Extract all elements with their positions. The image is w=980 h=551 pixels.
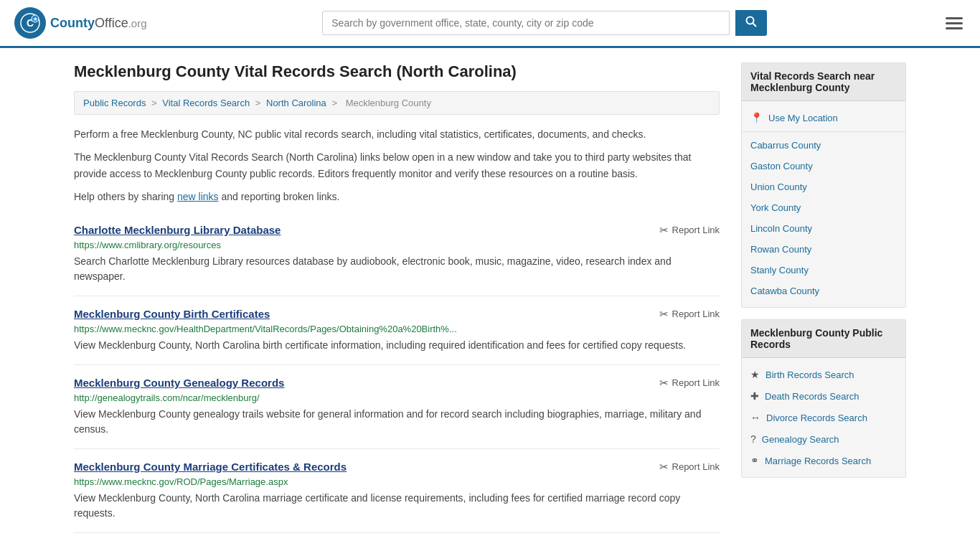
breadcrumb-vital-records-search[interactable]: Vital Records Search (162, 98, 250, 108)
result-desc-1: Search Charlotte Mecklenburg Library res… (74, 254, 720, 284)
svg-line-5 (753, 24, 757, 27)
result-url-1[interactable]: https://www.cmlibrary.org/resources (74, 240, 720, 250)
gaston-link[interactable]: Gaston County (750, 161, 813, 171)
report-link-2[interactable]: ✂ Report Link (659, 308, 720, 321)
menu-line-3 (946, 27, 963, 29)
genealogy-icon: ? (750, 433, 756, 445)
location-icon: 📍 (750, 112, 763, 123)
breadcrumb-mecklenburg-county: Mecklenburg County (346, 98, 431, 108)
result-title-3[interactable]: Mecklenburg County Genealogy Records (74, 377, 284, 389)
genealogy-search-link[interactable]: Genealogy Search (762, 434, 839, 445)
marriage-records-link[interactable]: Marriage Records Search (765, 456, 871, 466)
lincoln-link[interactable]: Lincoln County (750, 223, 812, 234)
nearby-section-body: 📍 Use My Location Cabarrus County Gaston… (742, 101, 905, 307)
use-my-location-link[interactable]: Use My Location (768, 113, 838, 123)
cabarrus-link[interactable]: Cabarrus County (750, 140, 821, 151)
sidebar-stanly[interactable]: Stanly County (742, 260, 905, 281)
divorce-icon: ↔ (750, 412, 760, 423)
result-desc-2: View Mecklenburg County, North Carolina … (74, 338, 720, 353)
page-title: Mecklenburg County Vital Records Search … (74, 62, 720, 81)
result-url-2[interactable]: https://www.mecknc.gov/HealthDepartment/… (74, 324, 720, 334)
death-records-item[interactable]: ✚ Death Records Search (742, 385, 905, 407)
genealogy-search-item[interactable]: ? Genealogy Search (742, 428, 905, 450)
result-url-4[interactable]: https://www.mecknc.gov/ROD/Pages/Marriag… (74, 476, 720, 487)
marriage-icon: ⚭ (750, 455, 759, 466)
logo-text: CountyOffice.org (50, 16, 147, 31)
result-item-2: Mecklenburg County Birth Certificates ✂ … (74, 296, 720, 365)
catawba-link[interactable]: Catawba County (750, 286, 819, 296)
nearby-section-header: Vital Records Search near Mecklenburg Co… (742, 63, 905, 101)
birth-records-item[interactable]: ★ Birth Records Search (742, 364, 905, 385)
search-area (322, 10, 767, 36)
sidebar-catawba[interactable]: Catawba County (742, 281, 905, 301)
public-records-header: Mecklenburg County Public Records (742, 320, 905, 358)
menu-button[interactable] (943, 14, 966, 32)
union-link[interactable]: Union County (750, 182, 807, 192)
divorce-records-item[interactable]: ↔ Divorce Records Search (742, 407, 905, 428)
report-link-3[interactable]: ✂ Report Link (659, 377, 720, 390)
menu-line-1 (946, 17, 963, 19)
result-title-4[interactable]: Mecklenburg County Marriage Certificates… (74, 461, 347, 473)
main-container: Mecklenburg County Vital Records Search … (60, 48, 920, 547)
logo-icon: C ★ (14, 7, 46, 39)
report-icon-3: ✂ (659, 377, 669, 390)
result-header-3: Mecklenburg County Genealogy Records ✂ R… (74, 377, 720, 390)
sidebar-rowan[interactable]: Rowan County (742, 239, 905, 260)
logo-area: C ★ CountyOffice.org (14, 7, 147, 39)
new-links-link[interactable]: new links (177, 191, 219, 202)
result-desc-3: View Mecklenburg County genealogy trails… (74, 407, 720, 437)
divorce-records-link[interactable]: Divorce Records Search (766, 413, 867, 423)
birth-icon: ★ (750, 369, 760, 380)
sidebar-york[interactable]: York County (742, 197, 905, 218)
result-item-1: Charlotte Mecklenburg Library Database ✂… (74, 212, 720, 296)
york-link[interactable]: York County (750, 202, 801, 213)
result-title-1[interactable]: Charlotte Mecklenburg Library Database (74, 224, 281, 236)
sidebar: Vital Records Search near Mecklenburg Co… (741, 62, 906, 533)
svg-point-4 (747, 17, 754, 24)
search-button[interactable] (735, 10, 767, 36)
sidebar-cabarrus[interactable]: Cabarrus County (742, 135, 905, 156)
death-icon: ✚ (750, 390, 759, 402)
header: C ★ CountyOffice.org (0, 0, 980, 48)
sidebar-lincoln[interactable]: Lincoln County (742, 218, 905, 239)
result-item-4: Mecklenburg County Marriage Certificates… (74, 449, 720, 533)
report-icon-2: ✂ (659, 308, 669, 321)
breadcrumb-public-records[interactable]: Public Records (83, 98, 146, 108)
report-icon-4: ✂ (659, 461, 669, 474)
rowan-link[interactable]: Rowan County (750, 244, 811, 255)
result-desc-4: View Mecklenburg County, North Carolina … (74, 491, 720, 521)
report-icon-1: ✂ (659, 224, 669, 237)
result-header-1: Charlotte Mecklenburg Library Database ✂… (74, 224, 720, 237)
result-header-2: Mecklenburg County Birth Certificates ✂ … (74, 308, 720, 321)
description-1: Perform a free Mecklenburg County, NC pu… (74, 126, 720, 142)
result-header-4: Mecklenburg County Marriage Certificates… (74, 461, 720, 474)
sidebar-gaston[interactable]: Gaston County (742, 156, 905, 176)
sidebar-union[interactable]: Union County (742, 176, 905, 197)
public-records-section: Mecklenburg County Public Records ★ Birt… (741, 319, 906, 478)
menu-line-2 (946, 22, 963, 24)
content-area: Mecklenburg County Vital Records Search … (74, 62, 720, 533)
sidebar-divider-1 (742, 131, 905, 132)
search-input[interactable] (322, 11, 730, 35)
use-my-location-item[interactable]: 📍 Use My Location (742, 107, 905, 128)
report-link-1[interactable]: ✂ Report Link (659, 224, 720, 237)
birth-records-link[interactable]: Birth Records Search (765, 369, 854, 380)
stanly-link[interactable]: Stanly County (750, 265, 809, 276)
report-link-4[interactable]: ✂ Report Link (659, 461, 720, 474)
description-3: Help others by sharing new links and rep… (74, 189, 720, 204)
description-2: The Mecklenburg County Vital Records Sea… (74, 149, 720, 182)
result-url-3[interactable]: http://genealogytrails.com/ncar/mecklenb… (74, 392, 720, 403)
public-records-body: ★ Birth Records Search ✚ Death Records S… (742, 358, 905, 477)
breadcrumb: Public Records > Vital Records Search > … (74, 91, 720, 115)
breadcrumb-north-carolina[interactable]: North Carolina (266, 98, 326, 108)
result-title-2[interactable]: Mecklenburg County Birth Certificates (74, 308, 270, 320)
result-item-3: Mecklenburg County Genealogy Records ✂ R… (74, 365, 720, 449)
svg-text:★: ★ (33, 17, 38, 22)
nearby-section: Vital Records Search near Mecklenburg Co… (741, 62, 906, 308)
marriage-records-item[interactable]: ⚭ Marriage Records Search (742, 450, 905, 471)
death-records-link[interactable]: Death Records Search (765, 391, 859, 402)
